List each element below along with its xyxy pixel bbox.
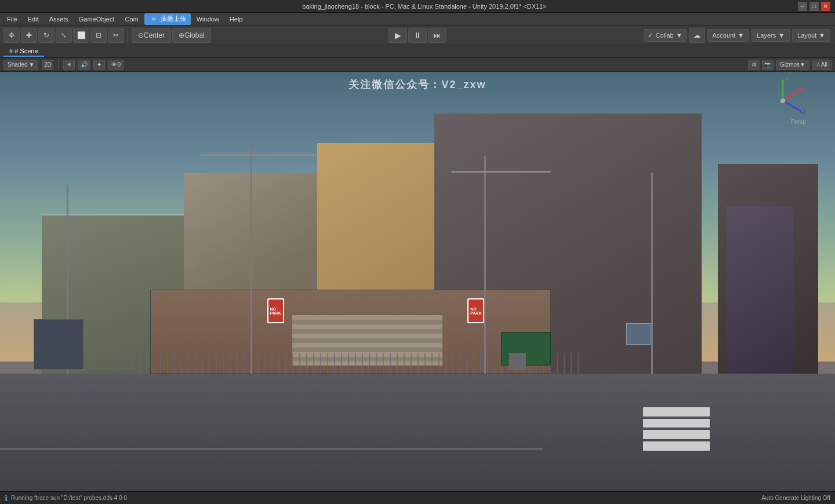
gizmo-axes: Y X Z Persp — [760, 78, 806, 124]
all-layers-btn[interactable]: ☆ All — [812, 60, 832, 70]
layers-chevron-icon: ▼ — [778, 32, 785, 39]
layout-dropdown[interactable]: Layout ▼ — [792, 29, 830, 42]
layers-dropdown[interactable]: Layers ▼ — [752, 29, 790, 42]
svg-line-3 — [783, 89, 801, 101]
hand-tool[interactable]: ✥ — [3, 28, 20, 43]
pause-button[interactable]: ⏸ — [408, 28, 427, 43]
light-pole-2 — [484, 156, 486, 374]
svg-marker-1 — [781, 79, 785, 82]
menu-file[interactable]: File — [2, 14, 22, 24]
tab-bar: # # Scene — [0, 45, 835, 58]
no-parking-sign-2: NOPARK — [467, 298, 484, 323]
road-surface — [0, 366, 835, 491]
hashtag-icon: # — [9, 48, 14, 54]
collab-button[interactable]: ✓ Collab ▼ — [644, 29, 686, 42]
checkmark-icon: ✓ — [648, 32, 653, 39]
scene-3d-content: 关注微信公众号：V2_zxw Y X Z Persp — [0, 72, 835, 491]
camera-btn[interactable]: 📷 — [762, 60, 774, 70]
bus-shelter — [34, 319, 84, 370]
light-pole-3 — [651, 173, 653, 374]
scene-right-controls: ⚙ 📷 Gizmos ▼ ☆ All — [748, 60, 832, 70]
menu-help[interactable]: Help — [225, 14, 248, 24]
menu-edit[interactable]: Edit — [23, 14, 43, 24]
center-pivot-btn[interactable]: ⊙ Center — [132, 28, 171, 43]
title-bar: baking_jiaocheng18 - block - PC, Mac & L… — [0, 0, 835, 13]
gizmos-chevron-icon: ▼ — [800, 61, 805, 68]
scene-sep-1 — [58, 60, 59, 70]
scene-viewport[interactable]: 关注微信公众号：V2_zxw Y X Z Persp — [0, 72, 835, 491]
trash-can — [509, 353, 526, 370]
2d-toggle[interactable]: 2D — [42, 60, 53, 70]
svg-text:Y: Y — [785, 78, 789, 83]
cloud-button[interactable]: ☁ — [689, 28, 705, 43]
status-icon: ℹ — [5, 494, 8, 503]
audio-toggle[interactable]: 🔊 — [78, 60, 90, 70]
menu-component[interactable]: Com — [120, 14, 143, 24]
light-head-1 — [201, 154, 318, 156]
no-parking-sign-1: NOPARK — [267, 298, 284, 323]
collab-dropdown-icon: ▼ — [676, 32, 682, 39]
effects-toggle[interactable]: ✦ — [93, 60, 105, 70]
eye-icon: 👁 — [111, 61, 117, 68]
dumpster — [501, 332, 551, 366]
light-head-2 — [451, 171, 551, 173]
window-controls: ─ □ ✕ — [798, 2, 830, 11]
close-button[interactable]: ✕ — [821, 2, 830, 11]
toolbar-center: ▶ ⏸ ⏭ — [389, 25, 446, 45]
status-message: Running ftrace sun "D:/test" probes.dds … — [11, 495, 127, 501]
star-icon: ☆ — [816, 61, 821, 68]
scene-toolbar: Shaded ▼ 2D ☀ 🔊 ✦ 👁 0 ⚙ 📷 Gizmos ▼ ☆ All — [0, 58, 835, 72]
road-center-line — [0, 448, 543, 450]
gizmos-dropdown[interactable]: Gizmos ▼ — [776, 60, 809, 70]
maximize-button[interactable]: □ — [809, 2, 819, 11]
play-button[interactable]: ▶ — [389, 28, 407, 43]
custom-tool[interactable]: ✂ — [108, 28, 124, 43]
shading-chevron-icon: ▼ — [28, 61, 34, 68]
status-bar: ℹ Running ftrace sun "D:/test" probes.dd… — [0, 491, 835, 504]
global-local-btn[interactable]: ⊕ Global — [172, 28, 211, 43]
svg-text:X: X — [803, 85, 806, 92]
info-board — [626, 323, 651, 344]
window-title: baking_jiaocheng18 - block - PC, Mac & L… — [51, 3, 798, 10]
transform-tool[interactable]: ⊡ — [90, 28, 107, 43]
svg-text:Z: Z — [803, 109, 806, 115]
tab-scene[interactable]: # # Scene — [3, 46, 44, 57]
light-pole-1 — [251, 143, 252, 374]
account-chevron-icon: ▼ — [738, 32, 744, 39]
menu-bar: File Edit Assets GameObject Com ♾ 插播上传 W… — [0, 13, 835, 25]
toolbar-sep-1 — [128, 29, 128, 42]
auto-generate-status: Auto Generate Lighting Off — [761, 495, 830, 501]
move-tool[interactable]: ✚ — [21, 28, 37, 43]
rotate-tool[interactable]: ↻ — [38, 28, 55, 43]
shading-dropdown[interactable]: Shaded ▼ — [3, 60, 38, 70]
step-button[interactable]: ⏭ — [428, 28, 446, 43]
scale-tool[interactable]: ⤡ — [56, 28, 72, 43]
svg-point-9 — [780, 98, 785, 103]
transform-tools: ✥ ✚ ↻ ⤡ ⬜ ⊡ ✂ — [3, 28, 124, 43]
menu-assets[interactable]: Assets — [45, 14, 73, 24]
menu-window[interactable]: Window — [192, 14, 224, 24]
hidden-objects-btn[interactable]: 👁 0 — [108, 60, 124, 70]
far-right-structure — [727, 206, 793, 374]
rect-tool[interactable]: ⬜ — [73, 28, 89, 43]
menu-upload[interactable]: ♾ 插播上传 — [144, 13, 191, 25]
account-dropdown[interactable]: Account ▼ — [707, 29, 750, 42]
main-toolbar: ✥ ✚ ↻ ⤡ ⬜ ⊡ ✂ ⊙ Center ⊕ Global ▶ ⏸ ⏭ ✓ … — [0, 25, 835, 45]
crosswalk — [643, 407, 710, 483]
lighting-toggle[interactable]: ☀ — [63, 60, 75, 70]
layout-chevron-icon: ▼ — [819, 32, 825, 39]
svg-line-6 — [783, 101, 801, 111]
perspective-label: Persp — [791, 119, 806, 125]
settings-icon-btn[interactable]: ⚙ — [748, 60, 760, 70]
toolbar-right: ✓ Collab ▼ ☁ Account ▼ Layers ▼ Layout ▼ — [639, 25, 835, 45]
menu-gameobject[interactable]: GameObject — [74, 14, 119, 24]
minimize-button[interactable]: ─ — [798, 2, 807, 11]
